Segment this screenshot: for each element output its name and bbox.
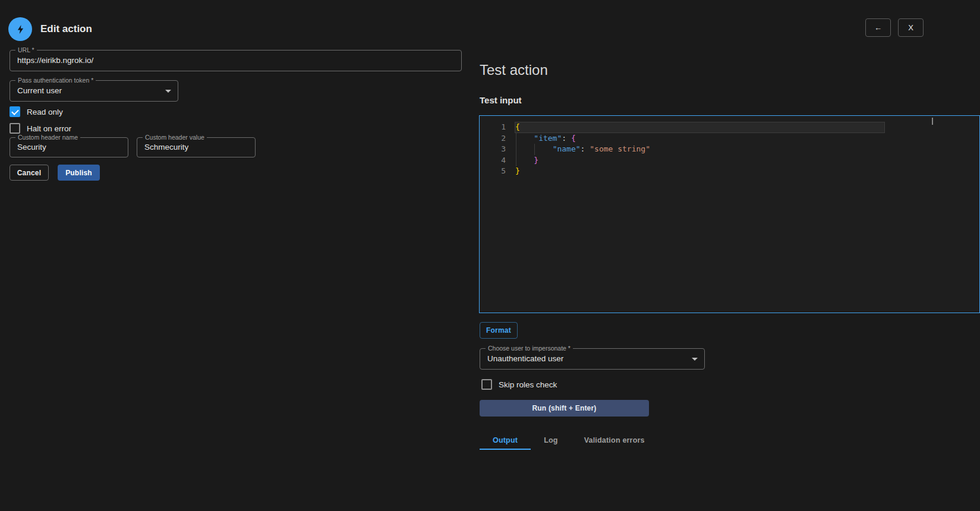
read-only-checkbox[interactable]: [10, 106, 20, 117]
halt-on-error-checkbox-row[interactable]: Halt on error: [10, 123, 71, 134]
result-tabs: OutputLogValidation errors: [480, 432, 658, 450]
custom-header-value-label: Custom header value: [143, 134, 207, 141]
auth-token-label: Pass authentication token *: [15, 77, 96, 84]
tab-log[interactable]: Log: [531, 432, 571, 450]
tab-validation-errors[interactable]: Validation errors: [571, 432, 658, 450]
url-field[interactable]: URL * https://eirikb.ngrok.io/: [10, 50, 462, 71]
format-button[interactable]: Format: [480, 322, 518, 339]
auth-token-select[interactable]: Pass authentication token * Current user: [10, 80, 178, 102]
line-number: 1: [480, 122, 506, 133]
cancel-button[interactable]: Cancel: [10, 165, 49, 181]
close-button[interactable]: X: [898, 18, 924, 37]
code-line-content: {: [515, 122, 520, 133]
code-line: 4 }: [480, 155, 979, 166]
publish-button[interactable]: Publish: [58, 165, 100, 181]
skip-roles-label: Skip roles check: [499, 380, 557, 389]
test-action-title: Test action: [480, 62, 548, 78]
code-line: 1{: [480, 122, 979, 133]
edit-action-page: Edit action ← X URL * https://eirikb.ngr…: [0, 0, 980, 511]
code-line-content: }: [515, 155, 538, 166]
read-only-label: Read only: [27, 108, 63, 116]
code-line: 3 "name": "some string": [480, 144, 979, 155]
code-line-content: "item": {: [515, 133, 576, 144]
halt-on-error-checkbox[interactable]: [10, 123, 20, 134]
editor-code-lines: 1{2 "item": {3 "name": "some string"4 }5…: [480, 122, 979, 177]
impersonate-user-select[interactable]: Choose user to impersonate * Unauthentic…: [480, 348, 705, 370]
line-number: 2: [480, 133, 506, 144]
tab-output[interactable]: Output: [480, 432, 531, 450]
back-button[interactable]: ←: [865, 18, 891, 37]
code-line: 5}: [480, 166, 979, 177]
read-only-checkbox-row[interactable]: Read only: [10, 106, 63, 117]
test-input-editor[interactable]: 1{2 "item": {3 "name": "some string"4 }5…: [479, 115, 980, 313]
url-field-value: https://eirikb.ngrok.io/: [10, 51, 461, 71]
page-title: Edit action: [40, 23, 92, 35]
code-line-content: }: [515, 166, 520, 177]
code-line-content: "name": "some string": [515, 144, 650, 155]
run-button[interactable]: Run (shift + Enter): [480, 400, 649, 417]
line-number: 3: [480, 144, 506, 155]
url-field-label: URL *: [15, 46, 37, 54]
skip-roles-checkbox[interactable]: [481, 379, 492, 390]
chevron-down-icon: [692, 358, 698, 361]
chevron-down-icon: [165, 90, 171, 93]
line-number: 4: [480, 155, 506, 166]
halt-on-error-label: Halt on error: [27, 124, 71, 133]
test-input-title: Test input: [480, 95, 522, 105]
editor-minimap-marker: [932, 118, 933, 125]
lightning-bolt-icon: [15, 23, 26, 36]
code-line: 2 "item": {: [480, 133, 979, 144]
impersonate-user-label: Choose user to impersonate *: [486, 345, 573, 352]
custom-header-value-field[interactable]: Custom header value Schmecurity: [137, 137, 256, 157]
line-number: 5: [480, 166, 506, 177]
skip-roles-checkbox-row[interactable]: Skip roles check: [481, 379, 557, 390]
action-bolt-icon: [8, 17, 32, 41]
custom-header-name-field[interactable]: Custom header name Security: [10, 137, 128, 157]
custom-header-name-label: Custom header name: [15, 134, 80, 141]
